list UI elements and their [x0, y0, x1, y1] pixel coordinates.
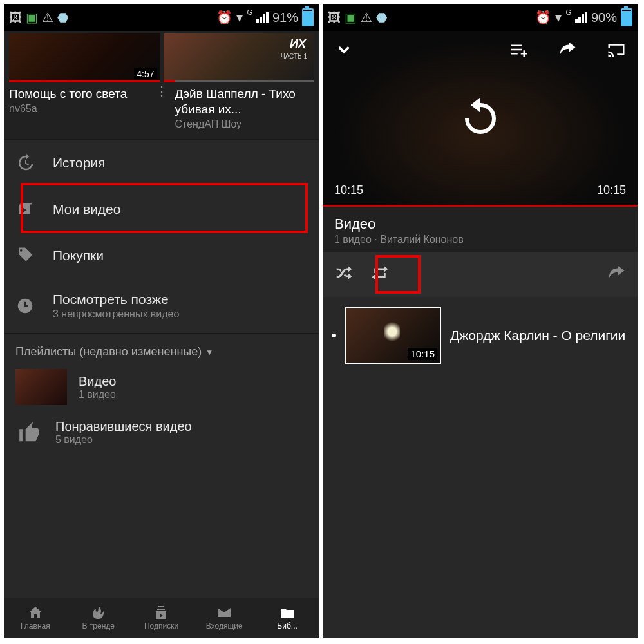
- menu-label: Посмотреть позже: [53, 292, 179, 307]
- menu-history[interactable]: История: [4, 140, 319, 186]
- clock-icon: [15, 296, 35, 316]
- battery-icon: [621, 8, 632, 26]
- share-button[interactable]: [558, 40, 577, 62]
- video-channel: СтендАП Шоу: [175, 118, 314, 130]
- playlist-subtitle: 1 видео: [79, 389, 116, 401]
- video-item-2[interactable]: Дэйв Шаппелл - Тихо убивая их... СтендАП…: [175, 86, 314, 130]
- playlist-info[interactable]: Видео 1 видео · Виталий Кононов: [323, 207, 638, 252]
- playlist-item-video[interactable]: Видео 1 видео: [4, 363, 319, 412]
- thumb-overlay-text: ИХ: [290, 37, 306, 51]
- playlist-name: Видео: [334, 216, 626, 232]
- shield-icon: ⬣: [376, 10, 387, 25]
- replay-button[interactable]: [457, 93, 504, 142]
- nav-inbox[interactable]: Входящие: [193, 598, 256, 638]
- add-to-playlist-button[interactable]: [509, 40, 528, 62]
- playlist-thumbnail: [15, 369, 67, 405]
- duration-badge: 10:15: [408, 348, 437, 360]
- nav-trending[interactable]: В тренде: [67, 598, 130, 638]
- menu-purchases[interactable]: Покупки: [4, 232, 319, 279]
- subscriptions-icon: [153, 605, 169, 620]
- screenshot-left-library: 🖼 ▣ ⚠ ⬣ ⏰ ▾ G 91% 4:57 ИХ ЧАСТЬ 1 Помо: [4, 4, 319, 638]
- bottom-nav: Главная В тренде Подписки Входящие Биб..…: [4, 598, 319, 638]
- warning-icon: ⚠: [42, 10, 53, 25]
- playlist-subtitle: 5 видео: [55, 434, 192, 446]
- dropdown-triangle-icon: ▼: [205, 348, 213, 357]
- playlist-meta: 1 видео · Виталий Кононов: [334, 234, 626, 245]
- folder-icon: [279, 605, 295, 620]
- wifi-icon: ▾: [555, 10, 562, 25]
- menu-label: Покупки: [53, 248, 104, 263]
- screenshot-right-player: 🖼 ▣ ⚠ ⬣ ⏰ ▾ G 90%: [323, 4, 638, 638]
- menu-subtitle: 3 непросмотренных видео: [53, 308, 179, 320]
- statusbar-right: 🖼 ▣ ⚠ ⬣ ⏰ ▾ G 90%: [323, 4, 638, 31]
- player-time-total: 10:15: [597, 184, 626, 197]
- video-item-1[interactable]: Помощь с того света nv65a: [9, 86, 148, 130]
- playlist-title: Видео: [79, 374, 116, 389]
- video-title: Помощь с того света: [9, 86, 148, 102]
- wifi-icon: ▾: [236, 10, 243, 25]
- video-player[interactable]: 10:15 10:15: [323, 31, 638, 205]
- video-thumbnail-2[interactable]: ИХ ЧАСТЬ 1: [164, 33, 314, 82]
- nav-library[interactable]: Биб...: [256, 598, 319, 638]
- app-icon: ▣: [26, 10, 38, 25]
- duration-badge: 4:57: [134, 68, 156, 80]
- cast-icon: [607, 40, 626, 59]
- playlist-share-button[interactable]: [607, 263, 626, 285]
- shuffle-icon: [334, 263, 354, 283]
- statusbar-left: 🖼 ▣ ⚠ ⬣ ⏰ ▾ G 91%: [4, 4, 319, 31]
- image-icon: 🖼: [328, 10, 341, 25]
- warning-icon: ⚠: [361, 10, 372, 25]
- flame-icon: [91, 605, 106, 620]
- loop-icon: [370, 263, 390, 283]
- nav-label: Подписки: [144, 621, 178, 630]
- loop-button[interactable]: [370, 263, 390, 285]
- nav-home[interactable]: Главная: [4, 598, 67, 638]
- battery-percent: 90%: [591, 10, 617, 25]
- playlist-track-item[interactable]: 10:15 Джордж Карлин - О религии: [323, 297, 638, 374]
- myvideos-icon: [15, 200, 35, 219]
- signal-icon: [575, 12, 587, 23]
- video-thumbnail-1[interactable]: 4:57: [9, 33, 160, 82]
- nav-label: Входящие: [206, 621, 243, 630]
- playlist-controls: [323, 252, 638, 297]
- collapse-button[interactable]: [334, 40, 354, 62]
- thumb-overlay-text-2: ЧАСТЬ 1: [281, 53, 307, 60]
- replay-icon: [457, 93, 504, 140]
- track-thumbnail: 10:15: [345, 307, 441, 364]
- video-meta-row: Помощь с того света nv65a ⋮ Дэйв Шаппелл…: [4, 82, 319, 139]
- nav-label: В тренде: [82, 621, 114, 630]
- history-icon: [15, 153, 35, 173]
- playlist-add-icon: [509, 40, 528, 59]
- share-icon: [558, 40, 577, 59]
- network-g-icon: G: [565, 8, 571, 16]
- menu-my-videos[interactable]: Мои видео: [4, 186, 319, 232]
- more-menu-icon[interactable]: ⋮: [152, 86, 171, 130]
- menu-watch-later[interactable]: Посмотреть позже 3 непросмотренных видео: [4, 279, 319, 333]
- menu-label: Мои видео: [53, 202, 120, 217]
- signal-icon: [256, 12, 269, 23]
- battery-icon: [302, 8, 314, 26]
- nav-label: Биб...: [277, 621, 297, 630]
- alarm-icon: ⏰: [216, 10, 232, 25]
- playlist-item-liked[interactable]: Понравившиеся видео 5 видео: [4, 412, 319, 453]
- cast-button[interactable]: [607, 40, 626, 62]
- video-channel: nv65a: [9, 103, 148, 115]
- tag-icon: [15, 246, 35, 265]
- track-title: Джордж Карлин - О религии: [450, 327, 625, 344]
- video-thumbnails-row: 4:57 ИХ ЧАСТЬ 1: [4, 31, 319, 82]
- playlist-title: Понравившиеся видео: [55, 419, 192, 434]
- share-icon: [607, 263, 626, 283]
- app-icon: ▣: [345, 10, 357, 25]
- battery-percent: 91%: [272, 10, 298, 25]
- menu-label: История: [53, 155, 105, 171]
- image-icon: 🖼: [9, 10, 22, 25]
- alarm-icon: ⏰: [535, 10, 551, 25]
- mail-icon: [216, 605, 232, 620]
- nav-subscriptions[interactable]: Подписки: [130, 598, 193, 638]
- playlists-header[interactable]: Плейлисты (недавно измененные) ▼: [4, 334, 319, 363]
- nav-label: Главная: [21, 621, 50, 630]
- like-icon: [15, 418, 44, 446]
- shuffle-button[interactable]: [334, 263, 354, 285]
- network-g-icon: G: [247, 8, 252, 16]
- playlists-header-label: Плейлисты (недавно измененные): [15, 345, 202, 359]
